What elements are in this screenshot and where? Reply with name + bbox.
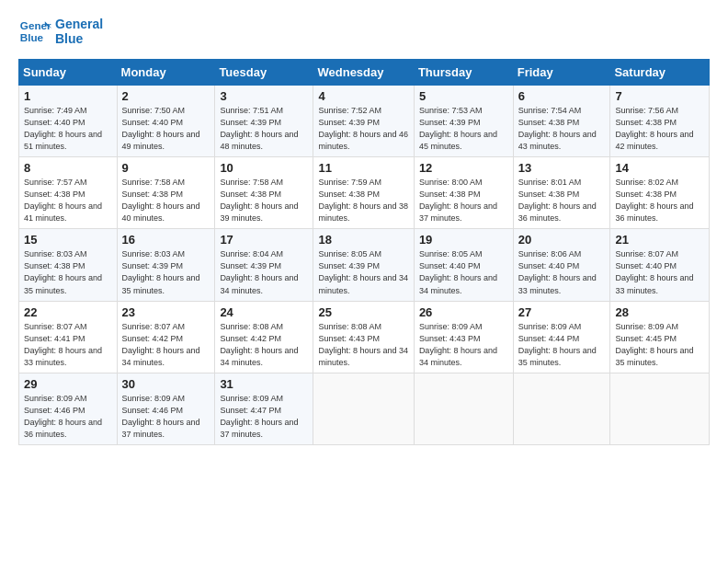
day-number: 1 [24, 89, 112, 103]
cell-info: Sunrise: 7:58 AMSunset: 4:38 PMDaylight:… [220, 178, 298, 223]
cell-info: Sunrise: 7:54 AMSunset: 4:38 PMDaylight:… [518, 106, 597, 151]
calendar-cell [610, 373, 710, 444]
col-header-sunday: Sunday [19, 60, 118, 86]
day-number: 18 [318, 233, 408, 247]
cell-info: Sunrise: 7:50 AMSunset: 4:40 PMDaylight:… [122, 106, 200, 151]
cell-info: Sunrise: 7:53 AMSunset: 4:39 PMDaylight:… [419, 106, 497, 151]
cell-info: Sunrise: 8:05 AMSunset: 4:39 PMDaylight:… [318, 249, 408, 294]
day-number: 4 [318, 89, 408, 103]
cell-info: Sunrise: 8:01 AMSunset: 4:38 PMDaylight:… [518, 178, 597, 223]
logo-icon: General Blue [18, 15, 51, 48]
calendar-cell: 18 Sunrise: 8:05 AMSunset: 4:39 PMDaylig… [313, 229, 414, 301]
day-number: 2 [122, 89, 210, 103]
day-number: 9 [122, 161, 210, 175]
calendar-cell: 22 Sunrise: 8:07 AMSunset: 4:41 PMDaylig… [19, 301, 118, 373]
calendar-cell: 12 Sunrise: 8:00 AMSunset: 4:38 PMDaylig… [414, 157, 513, 229]
main-container: General Blue General Blue SundayMondayTu… [0, 0, 728, 454]
logo-blue: Blue [55, 31, 103, 46]
calendar-cell: 21 Sunrise: 8:07 AMSunset: 4:40 PMDaylig… [610, 229, 710, 301]
calendar-cell: 2 Sunrise: 7:50 AMSunset: 4:40 PMDayligh… [117, 86, 215, 157]
cell-info: Sunrise: 8:08 AMSunset: 4:43 PMDaylight:… [318, 322, 408, 367]
day-number: 5 [419, 89, 508, 103]
cell-info: Sunrise: 8:00 AMSunset: 4:38 PMDaylight:… [419, 178, 497, 223]
day-number: 21 [615, 233, 704, 247]
day-number: 8 [24, 161, 112, 175]
header: General Blue General Blue [18, 15, 710, 48]
calendar-cell: 16 Sunrise: 8:03 AMSunset: 4:39 PMDaylig… [117, 229, 215, 301]
cell-info: Sunrise: 7:49 AMSunset: 4:40 PMDaylight:… [24, 106, 102, 151]
day-number: 7 [615, 89, 704, 103]
col-header-wednesday: Wednesday [313, 60, 414, 86]
day-number: 13 [518, 161, 606, 175]
col-header-monday: Monday [117, 60, 215, 86]
cell-info: Sunrise: 8:06 AMSunset: 4:40 PMDaylight:… [518, 249, 597, 294]
calendar-cell: 17 Sunrise: 8:04 AMSunset: 4:39 PMDaylig… [215, 229, 313, 301]
cell-info: Sunrise: 8:08 AMSunset: 4:42 PMDaylight:… [220, 322, 298, 367]
cell-info: Sunrise: 8:07 AMSunset: 4:42 PMDaylight:… [122, 322, 200, 367]
cell-info: Sunrise: 8:07 AMSunset: 4:40 PMDaylight:… [615, 249, 693, 294]
day-number: 29 [24, 377, 112, 391]
calendar-cell [414, 373, 513, 444]
logo: General Blue General Blue [18, 15, 103, 48]
cell-info: Sunrise: 8:09 AMSunset: 4:46 PMDaylight:… [122, 394, 200, 439]
cell-info: Sunrise: 7:56 AMSunset: 4:38 PMDaylight:… [615, 106, 693, 151]
calendar-cell: 28 Sunrise: 8:09 AMSunset: 4:45 PMDaylig… [610, 301, 710, 373]
col-header-friday: Friday [513, 60, 610, 86]
cell-info: Sunrise: 7:59 AMSunset: 4:38 PMDaylight:… [318, 178, 408, 223]
calendar-cell: 14 Sunrise: 8:02 AMSunset: 4:38 PMDaylig… [610, 157, 710, 229]
cell-info: Sunrise: 8:09 AMSunset: 4:47 PMDaylight:… [220, 394, 298, 439]
calendar-cell: 27 Sunrise: 8:09 AMSunset: 4:44 PMDaylig… [513, 301, 610, 373]
day-number: 20 [518, 233, 606, 247]
calendar-cell: 30 Sunrise: 8:09 AMSunset: 4:46 PMDaylig… [117, 373, 215, 444]
logo-text: General [55, 17, 103, 31]
day-number: 16 [122, 233, 210, 247]
calendar-cell [313, 373, 414, 444]
cell-info: Sunrise: 8:02 AMSunset: 4:38 PMDaylight:… [615, 178, 693, 223]
day-number: 30 [122, 377, 210, 391]
calendar-cell: 6 Sunrise: 7:54 AMSunset: 4:38 PMDayligh… [513, 86, 610, 157]
calendar-cell: 19 Sunrise: 8:05 AMSunset: 4:40 PMDaylig… [414, 229, 513, 301]
cell-info: Sunrise: 8:03 AMSunset: 4:39 PMDaylight:… [122, 249, 200, 294]
calendar-cell: 9 Sunrise: 7:58 AMSunset: 4:38 PMDayligh… [117, 157, 215, 229]
col-header-saturday: Saturday [610, 60, 710, 86]
col-header-tuesday: Tuesday [215, 60, 313, 86]
day-number: 31 [220, 377, 308, 391]
calendar-cell: 29 Sunrise: 8:09 AMSunset: 4:46 PMDaylig… [19, 373, 118, 444]
day-number: 22 [24, 305, 112, 319]
cell-info: Sunrise: 7:58 AMSunset: 4:38 PMDaylight:… [122, 178, 200, 223]
day-number: 27 [518, 305, 606, 319]
calendar-cell: 11 Sunrise: 7:59 AMSunset: 4:38 PMDaylig… [313, 157, 414, 229]
cell-info: Sunrise: 8:09 AMSunset: 4:43 PMDaylight:… [419, 322, 497, 367]
day-number: 28 [615, 305, 704, 319]
day-number: 3 [220, 89, 308, 103]
calendar-cell: 8 Sunrise: 7:57 AMSunset: 4:38 PMDayligh… [19, 157, 118, 229]
calendar-cell: 4 Sunrise: 7:52 AMSunset: 4:39 PMDayligh… [313, 86, 414, 157]
cell-info: Sunrise: 8:07 AMSunset: 4:41 PMDaylight:… [24, 322, 102, 367]
calendar-cell [513, 373, 610, 444]
day-number: 14 [615, 161, 704, 175]
cell-info: Sunrise: 8:09 AMSunset: 4:45 PMDaylight:… [615, 322, 693, 367]
cell-info: Sunrise: 8:04 AMSunset: 4:39 PMDaylight:… [220, 249, 298, 294]
day-number: 15 [24, 233, 112, 247]
calendar-cell: 5 Sunrise: 7:53 AMSunset: 4:39 PMDayligh… [414, 86, 513, 157]
cell-info: Sunrise: 7:51 AMSunset: 4:39 PMDaylight:… [220, 106, 298, 151]
day-number: 10 [220, 161, 308, 175]
day-number: 12 [419, 161, 508, 175]
calendar-cell: 10 Sunrise: 7:58 AMSunset: 4:38 PMDaylig… [215, 157, 313, 229]
day-number: 17 [220, 233, 308, 247]
col-header-thursday: Thursday [414, 60, 513, 86]
calendar-cell: 26 Sunrise: 8:09 AMSunset: 4:43 PMDaylig… [414, 301, 513, 373]
calendar-cell: 24 Sunrise: 8:08 AMSunset: 4:42 PMDaylig… [215, 301, 313, 373]
cell-info: Sunrise: 8:03 AMSunset: 4:38 PMDaylight:… [24, 249, 102, 294]
cell-info: Sunrise: 7:57 AMSunset: 4:38 PMDaylight:… [24, 178, 102, 223]
calendar-cell: 20 Sunrise: 8:06 AMSunset: 4:40 PMDaylig… [513, 229, 610, 301]
calendar-cell: 7 Sunrise: 7:56 AMSunset: 4:38 PMDayligh… [610, 86, 710, 157]
calendar-cell: 25 Sunrise: 8:08 AMSunset: 4:43 PMDaylig… [313, 301, 414, 373]
calendar-table: SundayMondayTuesdayWednesdayThursdayFrid… [18, 59, 710, 445]
day-number: 6 [518, 89, 606, 103]
calendar-cell: 15 Sunrise: 8:03 AMSunset: 4:38 PMDaylig… [19, 229, 118, 301]
calendar-cell: 3 Sunrise: 7:51 AMSunset: 4:39 PMDayligh… [215, 86, 313, 157]
calendar-cell: 23 Sunrise: 8:07 AMSunset: 4:42 PMDaylig… [117, 301, 215, 373]
svg-text:Blue: Blue [20, 31, 44, 43]
day-number: 19 [419, 233, 508, 247]
